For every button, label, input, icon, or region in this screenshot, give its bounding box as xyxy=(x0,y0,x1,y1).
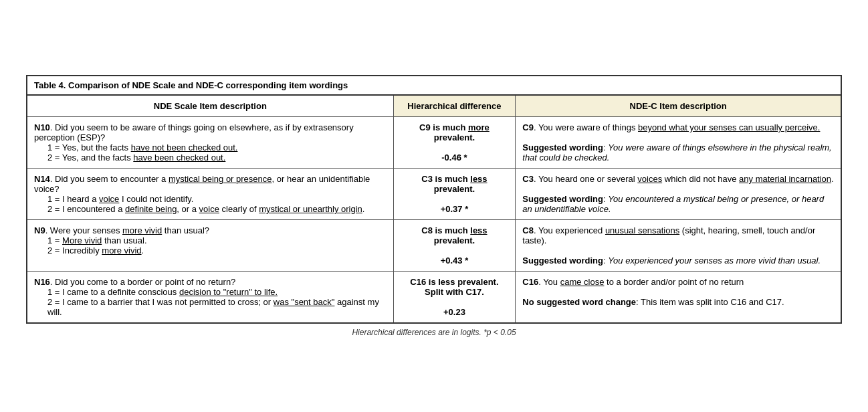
nde-desc-n10: N10. Did you seem to be aware of things … xyxy=(27,117,393,169)
ndec-desc-n16: C16. You came close to a border and/or p… xyxy=(516,272,841,324)
ndec-desc-n10: C9. You were aware of things beyond what… xyxy=(516,117,841,169)
header-nde-scale: NDE Scale Item description xyxy=(27,95,393,117)
table-footnote: Hierarchical differences are in logits. … xyxy=(26,328,842,337)
hier-value-n9: C8 is much less prevalent. +0.43 * xyxy=(393,220,516,272)
table-row: N16. Did you come to a border or point o… xyxy=(27,272,841,324)
page-container: Table 4. Comparison of NDE Scale and NDE… xyxy=(26,75,842,337)
hier-value-n10: C9 is much more prevalent. -0.46 * xyxy=(393,117,516,169)
table-row: N10. Did you seem to be aware of things … xyxy=(27,117,841,169)
nde-desc-n16: N16. Did you come to a border or point o… xyxy=(27,272,393,324)
nde-desc-n9: N9. Were your senses more vivid than usu… xyxy=(27,220,393,272)
table-title: Table 4. Comparison of NDE Scale and NDE… xyxy=(27,76,841,95)
comparison-table: Table 4. Comparison of NDE Scale and NDE… xyxy=(26,75,842,324)
nde-id-n10: N10 xyxy=(34,122,50,132)
ndec-desc-n9: C8. You experienced unusual sensations (… xyxy=(516,220,841,272)
hier-value-n14: C3 is much less prevalent. +0.37 * xyxy=(393,169,516,220)
hier-value-n16: C16 is less prevalent. Split with C17. +… xyxy=(393,272,516,324)
ndec-desc-n14: C3. You heard one or several voices whic… xyxy=(516,169,841,220)
nde-desc-n14: N14. Did you seem to encounter a mystica… xyxy=(27,169,393,220)
header-hierarchical: Hierarchical difference xyxy=(393,95,516,117)
table-row: N14. Did you seem to encounter a mystica… xyxy=(27,169,841,220)
table-row: N9. Were your senses more vivid than usu… xyxy=(27,220,841,272)
header-ndec: NDE-C Item description xyxy=(516,95,841,117)
